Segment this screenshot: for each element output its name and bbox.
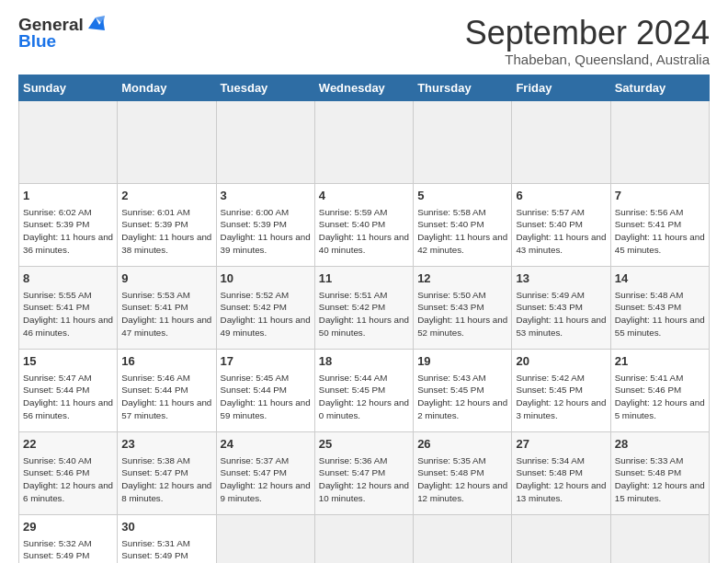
calendar-week-row: 8Sunrise: 5:55 AMSunset: 5:41 PMDaylight… — [19, 266, 710, 349]
day-number: 6 — [516, 188, 606, 204]
sunset-label: Sunset: 5:45 PM — [417, 385, 483, 395]
sunrise-label: Sunrise: 5:35 AM — [417, 455, 486, 465]
day-number: 9 — [121, 270, 211, 287]
daylight-label: Daylight: 11 hours and 45 minutes. — [615, 232, 705, 255]
cell-content: Sunrise: 5:33 AMSunset: 5:48 PMDaylight:… — [615, 454, 705, 505]
day-number: 25 — [319, 436, 409, 453]
cell-content: Sunrise: 5:57 AMSunset: 5:40 PMDaylight:… — [516, 206, 606, 257]
sunrise-label: Sunrise: 5:55 AM — [23, 290, 92, 300]
day-number: 26 — [417, 436, 507, 453]
logo-blue-text: Blue — [18, 31, 56, 52]
daylight-label: Daylight: 11 hours and 42 minutes. — [417, 232, 507, 255]
daylight-label: Daylight: 11 hours and 38 minutes. — [121, 232, 211, 255]
day-number: 14 — [615, 270, 705, 287]
daylight-label: Daylight: 11 hours and 52 minutes. — [417, 315, 507, 338]
calendar-week-row: 1Sunrise: 6:02 AMSunset: 5:39 PMDaylight… — [19, 183, 710, 266]
cell-content: Sunrise: 6:01 AMSunset: 5:39 PMDaylight:… — [121, 206, 211, 257]
calendar-cell: 20Sunrise: 5:42 AMSunset: 5:45 PMDayligh… — [512, 349, 610, 431]
cell-content: Sunrise: 5:58 AMSunset: 5:40 PMDaylight:… — [417, 206, 507, 257]
cell-content: Sunrise: 5:44 AMSunset: 5:45 PMDaylight:… — [319, 372, 409, 422]
day-number: 11 — [319, 270, 409, 287]
calendar-cell: 3Sunrise: 6:00 AMSunset: 5:39 PMDaylight… — [216, 183, 314, 266]
sunset-label: Sunset: 5:41 PM — [615, 219, 681, 229]
sunset-label: Sunset: 5:46 PM — [615, 385, 681, 395]
cell-content: Sunrise: 5:34 AMSunset: 5:48 PMDaylight:… — [516, 454, 606, 505]
day-number: 1 — [23, 188, 113, 204]
cell-content: Sunrise: 5:35 AMSunset: 5:48 PMDaylight:… — [417, 454, 507, 505]
calendar-cell: 7Sunrise: 5:56 AMSunset: 5:41 PMDaylight… — [610, 183, 709, 266]
sunrise-label: Sunrise: 5:34 AM — [516, 455, 585, 465]
sunset-label: Sunset: 5:44 PM — [23, 385, 89, 395]
sunrise-label: Sunrise: 5:58 AM — [417, 207, 486, 217]
calendar-cell — [216, 514, 314, 563]
sunset-label: Sunset: 5:45 PM — [516, 385, 582, 395]
calendar-week-row: 15Sunrise: 5:47 AMSunset: 5:44 PMDayligh… — [19, 349, 710, 431]
calendar-week-row: 29Sunrise: 5:32 AMSunset: 5:49 PMDayligh… — [19, 514, 710, 563]
daylight-label: Daylight: 11 hours and 43 minutes. — [516, 232, 606, 255]
sunset-label: Sunset: 5:48 PM — [615, 467, 681, 477]
calendar-cell: 17Sunrise: 5:45 AMSunset: 5:44 PMDayligh… — [216, 349, 314, 431]
logo-bird-icon — [86, 16, 107, 32]
cell-content: Sunrise: 5:51 AMSunset: 5:42 PMDaylight:… — [319, 289, 409, 339]
day-number: 7 — [615, 188, 705, 204]
sunrise-label: Sunrise: 5:42 AM — [516, 373, 585, 383]
day-number: 16 — [121, 353, 211, 370]
calendar-cell — [314, 100, 413, 183]
cell-content: Sunrise: 5:40 AMSunset: 5:46 PMDaylight:… — [23, 454, 113, 505]
day-number: 8 — [23, 270, 113, 287]
sunset-label: Sunset: 5:43 PM — [417, 302, 483, 312]
calendar-cell: 30Sunrise: 5:31 AMSunset: 5:49 PMDayligh… — [118, 514, 216, 563]
day-number: 2 — [121, 188, 211, 204]
daylight-label: Daylight: 11 hours and 53 minutes. — [516, 315, 606, 338]
logo: General Blue — [18, 15, 107, 52]
calendar-cell: 9Sunrise: 5:53 AMSunset: 5:41 PMDaylight… — [118, 266, 216, 349]
sunrise-label: Sunrise: 6:02 AM — [23, 207, 92, 217]
cell-content: Sunrise: 5:59 AMSunset: 5:40 PMDaylight:… — [319, 206, 409, 257]
calendar-cell: 6Sunrise: 5:57 AMSunset: 5:40 PMDaylight… — [512, 183, 610, 266]
cell-content: Sunrise: 5:48 AMSunset: 5:43 PMDaylight:… — [615, 289, 705, 339]
day-number: 24 — [221, 436, 311, 453]
header-wednesday: Wednesday — [314, 75, 413, 100]
calendar-cell: 26Sunrise: 5:35 AMSunset: 5:48 PMDayligh… — [414, 431, 512, 514]
day-number: 23 — [121, 436, 211, 453]
day-number: 18 — [319, 353, 409, 370]
daylight-label: Daylight: 11 hours and 55 minutes. — [615, 315, 705, 338]
sunset-label: Sunset: 5:42 PM — [221, 302, 287, 312]
daylight-label: Daylight: 11 hours and 46 minutes. — [23, 315, 113, 338]
cell-content: Sunrise: 5:37 AMSunset: 5:47 PMDaylight:… — [221, 454, 311, 505]
day-number: 13 — [516, 270, 606, 287]
sunset-label: Sunset: 5:48 PM — [516, 467, 582, 477]
calendar-cell: 16Sunrise: 5:46 AMSunset: 5:44 PMDayligh… — [118, 349, 216, 431]
daylight-label: Daylight: 12 hours and 15 minutes. — [615, 480, 705, 503]
sunrise-label: Sunrise: 5:50 AM — [417, 290, 486, 300]
sunset-label: Sunset: 5:45 PM — [319, 385, 385, 395]
header-saturday: Saturday — [610, 75, 709, 100]
day-number: 29 — [23, 519, 113, 535]
cell-content: Sunrise: 5:41 AMSunset: 5:46 PMDaylight:… — [615, 372, 705, 422]
sunrise-label: Sunrise: 5:41 AM — [615, 373, 684, 383]
calendar-cell: 15Sunrise: 5:47 AMSunset: 5:44 PMDayligh… — [19, 349, 118, 431]
calendar-cell — [19, 100, 118, 183]
header-tuesday: Tuesday — [216, 75, 314, 100]
day-number: 12 — [417, 270, 507, 287]
calendar-cell: 18Sunrise: 5:44 AMSunset: 5:45 PMDayligh… — [314, 349, 413, 431]
cell-content: Sunrise: 5:56 AMSunset: 5:41 PMDaylight:… — [615, 206, 705, 257]
calendar-cell: 13Sunrise: 5:49 AMSunset: 5:43 PMDayligh… — [512, 266, 610, 349]
day-number: 19 — [417, 353, 507, 370]
cell-content: Sunrise: 5:31 AMSunset: 5:49 PMDaylight:… — [121, 537, 211, 563]
sunset-label: Sunset: 5:43 PM — [615, 302, 681, 312]
sunrise-label: Sunrise: 5:48 AM — [615, 290, 684, 300]
calendar-cell: 2Sunrise: 6:01 AMSunset: 5:39 PMDaylight… — [118, 183, 216, 266]
day-number: 5 — [417, 188, 507, 204]
sunrise-label: Sunrise: 5:43 AM — [417, 373, 486, 383]
calendar-cell — [118, 100, 216, 183]
calendar-cell: 28Sunrise: 5:33 AMSunset: 5:48 PMDayligh… — [610, 431, 709, 514]
day-number: 30 — [121, 519, 211, 535]
daylight-label: Daylight: 11 hours and 57 minutes. — [121, 397, 211, 420]
sunset-label: Sunset: 5:49 PM — [23, 550, 89, 560]
day-number: 28 — [615, 436, 705, 453]
cell-content: Sunrise: 5:43 AMSunset: 5:45 PMDaylight:… — [417, 372, 507, 422]
day-number: 3 — [221, 188, 311, 204]
cell-content: Sunrise: 5:52 AMSunset: 5:42 PMDaylight:… — [221, 289, 311, 339]
sunrise-label: Sunrise: 5:57 AM — [516, 207, 585, 217]
